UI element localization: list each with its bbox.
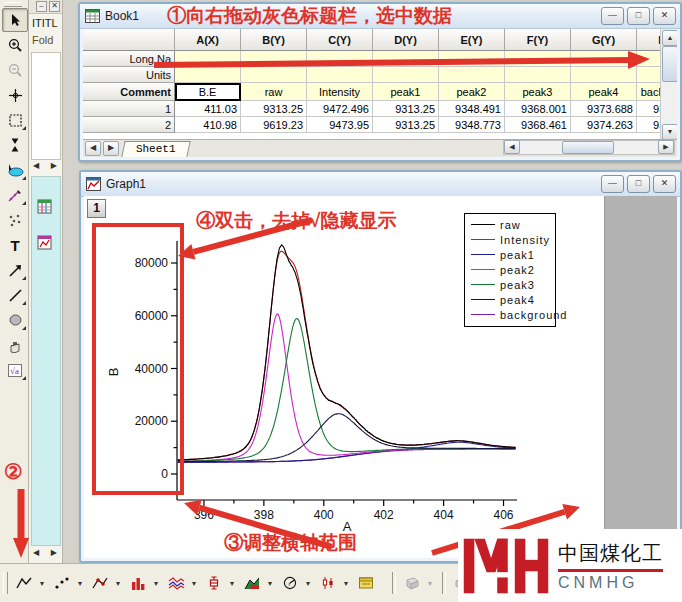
polar-plot-dropdown[interactable]: ▾ [302,572,314,594]
cluster-tool-button[interactable] [2,208,28,232]
table-cell[interactable]: 9313.25 [373,117,439,133]
table-cell[interactable]: 9374.263 [571,117,637,133]
table-cell[interactable]: 9313.25 [373,101,439,117]
table-cell[interactable] [373,67,439,83]
table-cell[interactable] [571,67,637,83]
line-plot-dropdown[interactable]: ▾ [36,572,48,594]
row-header[interactable]: Units [83,67,175,83]
column-header[interactable]: F(Y) [505,29,571,51]
draw-data-tool-button[interactable] [2,183,28,207]
tab-scroll-left-button[interactable]: ◀ [85,141,101,156]
minimize-button[interactable]: — [601,7,624,25]
stock-plot-button[interactable] [316,571,340,595]
legend-item[interactable]: background [471,307,555,322]
close-button[interactable]: ✕ [653,175,676,193]
corner-header[interactable] [83,29,175,51]
table-cell[interactable]: 9472.496 [307,101,373,117]
table-cell[interactable]: 9473.95 [307,117,373,133]
screen-reader-tool-button[interactable] [2,83,28,107]
table-cell[interactable] [439,51,505,67]
line-plot-button[interactable] [12,571,36,595]
explorer-folder-label[interactable]: Fold [32,34,62,46]
toolbar-grip[interactable] [4,2,22,7]
scroll-right-button[interactable]: ▶ [51,161,57,173]
explorer-window-list[interactable] [31,176,61,546]
explorer-tree-area[interactable] [31,52,61,160]
table-cell[interactable] [175,67,241,83]
column-header[interactable]: B(Y) [241,29,307,51]
column-header[interactable]: G(Y) [571,29,637,51]
scroll-right-button[interactable]: ▶ [51,548,57,560]
table-cell[interactable]: 9322.203 [637,117,661,133]
scroll-left-button[interactable]: ◀ [33,161,39,173]
row-header[interactable]: Long Na [83,51,175,67]
table-cell[interactable] [637,67,661,83]
layer-badge[interactable]: 1 [87,199,106,218]
table-cell[interactable] [241,51,307,67]
table-cell[interactable]: 9619.23 [241,117,307,133]
table-cell[interactable] [307,67,373,83]
table-cell[interactable]: peak4 [571,83,637,101]
zoom-in-tool-button[interactable] [2,33,28,57]
table-cell[interactable] [175,51,241,67]
table-cell[interactable]: 410.98 [175,117,241,133]
arrow-tool-button[interactable] [2,258,28,282]
legend-item[interactable]: peak2 [471,262,555,277]
graph1-list-item[interactable] [37,235,53,251]
restore-button[interactable]: □ [627,175,650,193]
chart-canvas[interactable]: 396398400402404406020000400006000080000A… [84,196,677,558]
legend-item[interactable]: Intensity [471,232,555,247]
line-symbol-plot-button[interactable] [88,571,112,595]
vertical-scrollbar[interactable]: ▲ ▼ [660,29,677,141]
column-header[interactable]: H(Y) [637,29,661,51]
column-header[interactable]: A(X) [175,29,241,51]
ellipse-tool-button[interactable] [2,308,28,332]
table-cell[interactable]: 9373.688 [571,101,637,117]
multi-curve-plot-dropdown[interactable]: ▾ [188,572,200,594]
legend-item[interactable]: peak3 [471,277,555,292]
data-reader-tool-button[interactable] [2,108,28,132]
row-header[interactable]: Comment [83,83,175,101]
table-cell[interactable] [307,51,373,67]
scroll-left-button[interactable]: ◀ [33,548,39,560]
pan-tool-button[interactable] [2,333,28,357]
column-plot-dropdown[interactable]: ▾ [150,572,162,594]
area-plot-dropdown[interactable]: ▾ [264,572,276,594]
multi-curve-plot-button[interactable] [164,571,188,595]
table-cell[interactable] [241,67,307,83]
scroll-right-button[interactable]: ▶ [658,140,674,154]
panel-close-button[interactable]: ✕ [49,1,60,12]
column-header[interactable]: C(Y) [307,29,373,51]
graph1-title-bar[interactable]: Graph1 — □ ✕ [81,172,680,197]
line-symbol-plot-dropdown[interactable]: ▾ [112,572,124,594]
close-button[interactable]: ✕ [653,7,676,25]
toolbar-grip[interactable] [3,572,8,594]
table-cell[interactable]: 9313.25 [241,101,307,117]
chart-legend[interactable]: rawIntensitypeak1peak2peak3peak4backgrou… [464,213,556,327]
stock-plot-dropdown[interactable]: ▾ [340,572,352,594]
scatter-plot-button[interactable] [50,571,74,595]
region-select-tool-button[interactable] [2,158,28,182]
scroll-up-button[interactable]: ▲ [662,30,677,46]
equation-tool-button[interactable]: √a [2,358,28,382]
scatter-plot-dropdown[interactable]: ▾ [74,572,86,594]
table-cell[interactable] [571,51,637,67]
row-header[interactable]: 1 [83,101,175,117]
scroll-left-button[interactable]: ◀ [504,140,520,154]
zoom-out-tool-button[interactable] [2,58,28,82]
table-cell[interactable]: peak3 [505,83,571,101]
table-cell[interactable]: B.E [175,83,241,101]
row-header[interactable]: 2 [83,117,175,133]
table-cell[interactable]: background [637,83,661,101]
minimize-button[interactable]: — [601,175,624,193]
table-cell[interactable]: peak2 [439,83,505,101]
table-cell[interactable] [373,51,439,67]
book1-title-bar[interactable]: Book1 ①向右拖动灰色标题栏，选中数据 — □ ✕ [80,4,680,29]
table-cell[interactable]: 411.03 [175,101,241,117]
book1-list-item[interactable] [37,199,53,215]
scrollbar-thumb[interactable] [662,46,677,82]
box-plot-button[interactable] [202,571,226,595]
table-cell[interactable]: peak1 [373,83,439,101]
table-cell[interactable] [505,67,571,83]
legend-item[interactable]: raw [471,217,555,232]
